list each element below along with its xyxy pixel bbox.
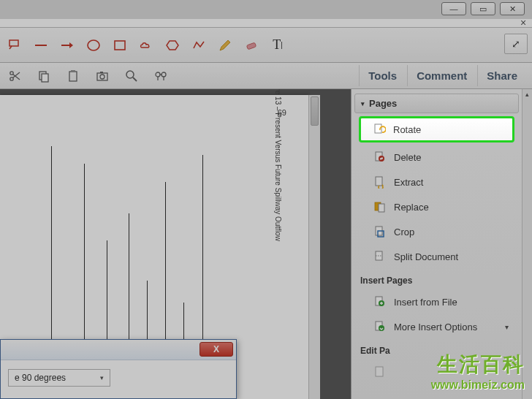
svg-rect-4 [115, 41, 125, 50]
cloud-icon[interactable] [139, 38, 153, 53]
more-insert-options-item[interactable]: More Insert Options ▾ [357, 315, 516, 338]
insert-pages-header: Insert Pages [354, 270, 519, 289]
minimize-icon: — [450, 4, 458, 13]
oval-icon[interactable] [86, 38, 101, 53]
secondary-toolbar: Tools Comment Share [0, 63, 532, 89]
svg-line-19 [133, 77, 137, 81]
svg-rect-41 [376, 367, 383, 376]
rotation-direction-dropdown[interactable]: e 90 degrees ▾ [8, 369, 110, 387]
eraser-icon[interactable] [244, 38, 259, 53]
menu-item-label: Delete [394, 152, 422, 163]
menu-item-label: More Insert Options [394, 322, 477, 332]
arrow-icon[interactable] [60, 38, 75, 53]
menu-item-label: Extract [394, 177, 423, 188]
svg-rect-12 [42, 74, 48, 82]
svg-rect-30 [376, 177, 382, 186]
svg-marker-5 [167, 41, 178, 50]
rotate-pages-item[interactable]: Rotate [359, 116, 514, 142]
menu-item-label: Split Document [394, 251, 458, 262]
split-page-icon [373, 250, 387, 263]
snapshot-icon[interactable] [95, 69, 110, 83]
clipboard-icon[interactable] [66, 69, 80, 83]
line-icon[interactable] [34, 38, 48, 53]
extract-pages-item[interactable]: Extract [357, 170, 516, 194]
page-figure [51, 146, 235, 370]
insert-file-icon [373, 295, 387, 308]
menu-item-label: Crop [394, 227, 414, 238]
replace-page-icon [373, 200, 387, 213]
crop-page-icon [373, 225, 387, 238]
chevron-down-icon: ▾ [96, 373, 107, 383]
share-tab[interactable]: Share [477, 65, 526, 86]
menu-item-label: Rotate [393, 124, 421, 135]
svg-rect-17 [100, 72, 103, 73]
close-icon: ✕ [509, 4, 516, 14]
edit-pages-placeholder-item[interactable] [357, 360, 516, 384]
svg-rect-14 [71, 70, 75, 72]
rectangle-icon[interactable] [113, 38, 127, 53]
tools-pane: ▾ Pages Rotate Delete Extract Replace [351, 89, 532, 399]
collapse-icon: ▾ [361, 100, 365, 107]
scrollbar-thumb[interactable] [311, 96, 319, 126]
expand-icon: ⤢ [512, 38, 520, 50]
hexagon-icon[interactable] [165, 38, 180, 53]
svg-rect-6 [246, 42, 256, 50]
extract-page-icon [373, 175, 387, 189]
pages-panel-title: Pages [369, 98, 397, 109]
insert-more-icon [373, 320, 387, 333]
callout-icon[interactable] [7, 38, 22, 53]
svg-point-18 [126, 71, 134, 78]
polygon-icon[interactable] [191, 38, 206, 53]
find-icon[interactable] [153, 69, 168, 83]
pane-close-button[interactable]: × [519, 18, 528, 27]
tools-tab[interactable]: Tools [359, 65, 406, 86]
copy-icon[interactable] [37, 69, 51, 83]
pages-panel-header[interactable]: ▾ Pages [354, 94, 519, 113]
text-annotation-icon[interactable]: T| [270, 38, 285, 53]
secondary-title-bar: × [0, 19, 532, 28]
menu-item-label: Insert from File [394, 297, 457, 308]
svg-point-16 [100, 75, 104, 79]
pencil-icon[interactable] [218, 38, 232, 53]
maximize-icon: ▭ [479, 4, 487, 14]
delete-page-icon [373, 151, 387, 164]
submenu-caret-icon: ▾ [505, 323, 509, 331]
replace-pages-item[interactable]: Replace [357, 195, 516, 218]
close-icon: X [213, 344, 219, 354]
dialog-close-button[interactable]: X [200, 342, 233, 357]
rotate-page-icon [373, 123, 386, 136]
window-minimize-button[interactable]: — [441, 2, 466, 15]
svg-rect-0 [10, 40, 18, 46]
figure-caption: Figure 13 – Present Versus Future Spillw… [274, 89, 282, 241]
zoom-icon[interactable] [124, 69, 139, 83]
window-maximize-button[interactable]: ▭ [471, 2, 495, 15]
scissors-icon[interactable] [7, 69, 22, 83]
rotate-dialog: X e 90 degrees ▾ [0, 339, 237, 399]
svg-rect-13 [69, 72, 77, 81]
insert-from-file-item[interactable]: Insert from File [357, 290, 516, 314]
annotation-toolbar: T| ⤢ [0, 28, 532, 63]
page-icon [373, 365, 387, 379]
window-close-button[interactable]: ✕ [500, 2, 525, 15]
svg-point-3 [88, 40, 99, 50]
dropdown-value: e 90 degrees [15, 373, 66, 383]
comment-tab[interactable]: Comment [407, 65, 476, 86]
svg-rect-32 [379, 204, 384, 212]
crop-pages-item[interactable]: Crop [357, 220, 516, 243]
edit-pages-header: Edit Pa [354, 340, 519, 359]
scroll-up-icon[interactable]: ▴ [522, 89, 532, 99]
document-scrollbar[interactable] [308, 95, 320, 399]
split-document-item[interactable]: Split Document [357, 245, 516, 268]
tools-scrollbar[interactable]: ▴ [522, 89, 532, 399]
expand-toolbar-button[interactable]: ⤢ [504, 34, 528, 54]
menu-item-label: Replace [394, 202, 429, 213]
delete-pages-item[interactable]: Delete [357, 145, 516, 169]
dialog-titlebar[interactable]: X [1, 340, 236, 360]
